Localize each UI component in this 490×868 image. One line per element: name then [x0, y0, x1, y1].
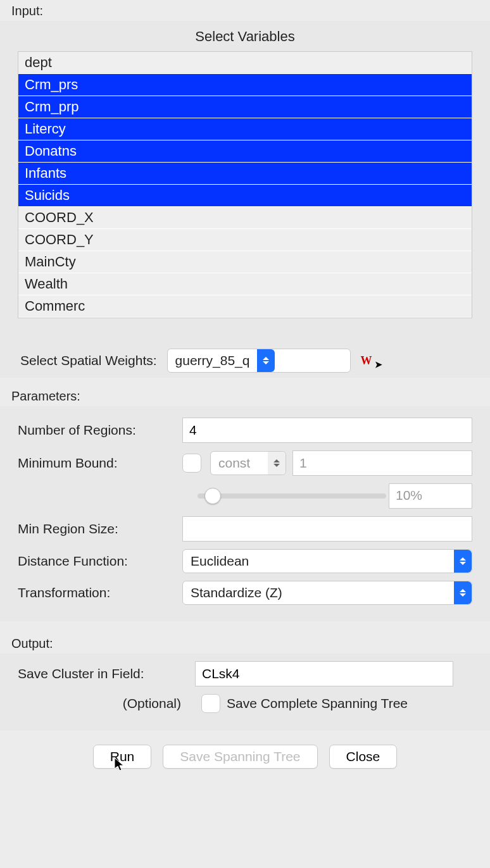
chevrons-icon: [257, 349, 275, 372]
save-cluster-input[interactable]: [195, 661, 453, 686]
variable-item[interactable]: Crm_prs: [18, 74, 472, 96]
save-spanning-tree-label: Save Complete Spanning Tree: [227, 696, 408, 711]
input-section-label: Input:: [0, 0, 490, 21]
spatial-weights-label: Select Spatial Weights:: [20, 353, 157, 368]
variable-item[interactable]: dept: [18, 52, 472, 74]
min-region-size-input[interactable]: [182, 516, 472, 542]
variable-item[interactable]: MainCty: [18, 251, 472, 273]
weights-tool-icon[interactable]: W ➤: [361, 354, 381, 368]
distance-function-select[interactable]: Euclidean: [182, 549, 472, 573]
run-button[interactable]: Run: [93, 745, 152, 769]
slider-thumb[interactable]: [204, 488, 221, 504]
optional-label: (Optional): [18, 696, 181, 711]
variable-listbox[interactable]: deptCrm_prsCrm_prpLitercyDonatnsInfantsS…: [18, 51, 472, 318]
save-spanning-tree-checkbox[interactable]: [201, 694, 220, 713]
transformation-label: Transformation:: [18, 585, 176, 600]
min-bound-checkbox[interactable]: [182, 454, 201, 473]
close-button[interactable]: Close: [329, 745, 398, 769]
chevrons-icon: [454, 581, 472, 604]
chevrons-icon: [268, 452, 286, 474]
num-regions-label: Number of Regions:: [18, 423, 176, 438]
spatial-weights-value: guerry_85_q: [168, 353, 258, 368]
transformation-value: Standardize (Z): [183, 585, 454, 600]
parameters-section-label: Parameters:: [0, 378, 490, 406]
variable-item[interactable]: Litercy: [18, 118, 472, 140]
variable-item[interactable]: COORD_X: [18, 207, 472, 229]
variable-item[interactable]: Suicids: [18, 185, 472, 207]
variable-item[interactable]: Wealth: [18, 273, 472, 295]
distance-function-value: Euclidean: [183, 554, 454, 569]
spatial-weights-select[interactable]: guerry_85_q: [167, 349, 351, 373]
min-bound-field-value: const: [211, 456, 268, 471]
num-regions-input[interactable]: [182, 418, 472, 443]
min-bound-field-select[interactable]: const: [210, 451, 286, 475]
variable-item[interactable]: COORD_Y: [18, 229, 472, 251]
variable-item[interactable]: Crm_prp: [18, 96, 472, 118]
min-bound-percent-input[interactable]: 10%: [389, 483, 472, 509]
output-section-label: Output:: [0, 621, 490, 654]
select-variables-title: Select Variables: [18, 21, 472, 51]
save-cluster-label: Save Cluster in Field:: [18, 666, 189, 681]
min-region-size-label: Min Region Size:: [18, 521, 176, 536]
min-bound-slider[interactable]: [198, 493, 386, 499]
save-spanning-tree-button[interactable]: Save Spanning Tree: [163, 745, 317, 769]
chevrons-icon: [454, 550, 472, 573]
transformation-select[interactable]: Standardize (Z): [182, 581, 472, 605]
distance-function-label: Distance Function:: [18, 554, 176, 569]
min-bound-threshold-input[interactable]: [292, 450, 472, 476]
variable-item[interactable]: Commerc: [18, 295, 472, 318]
cursor-icon: ➤: [375, 359, 382, 370]
min-bound-label: Minimum Bound:: [18, 456, 176, 471]
variable-item[interactable]: Donatns: [18, 140, 472, 163]
variable-item[interactable]: Infants: [18, 163, 472, 185]
